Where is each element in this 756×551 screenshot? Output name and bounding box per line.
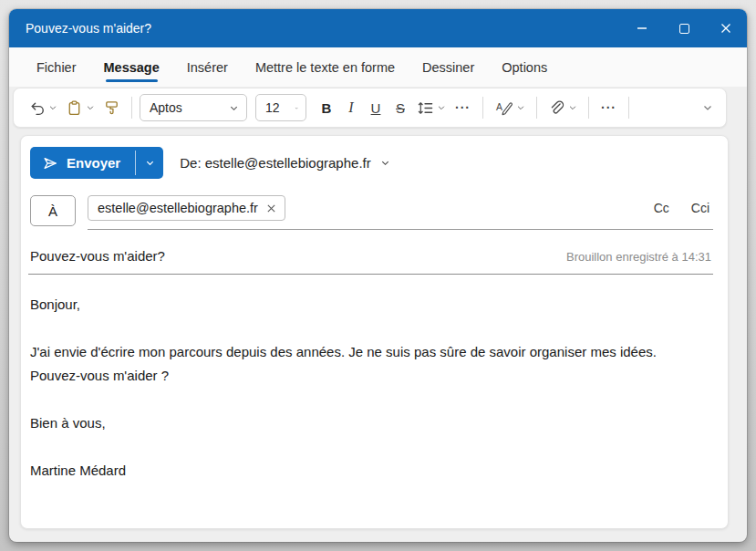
maximize-button[interactable] xyxy=(663,9,705,47)
close-icon xyxy=(720,23,731,34)
tab-fichier[interactable]: Fichier xyxy=(36,47,77,87)
line-spacing-button[interactable] xyxy=(413,94,450,121)
send-options-button[interactable] xyxy=(136,147,163,179)
paste-icon xyxy=(66,99,83,117)
chevron-down-icon xyxy=(48,103,57,112)
toolbar-divider xyxy=(131,97,132,119)
toolbar-divider xyxy=(588,97,589,119)
ribbon-tab-row: Fichier Message Insérer Mettre le texte … xyxy=(9,47,747,87)
chevron-down-icon xyxy=(568,103,577,112)
toolbar-divider xyxy=(536,97,537,119)
font-name-select[interactable]: Aptos xyxy=(140,94,247,121)
chevron-down-icon xyxy=(295,103,298,113)
chevron-down-icon xyxy=(229,103,239,113)
tab-options[interactable]: Options xyxy=(502,47,547,87)
chevron-down-icon xyxy=(516,103,525,112)
window-title: Pouvez-vous m'aider? xyxy=(9,21,621,36)
minimize-button[interactable] xyxy=(621,9,663,47)
font-size-select[interactable]: 12 xyxy=(255,94,306,121)
body-paragraph: J'ai envie d'écrire mon parcours depuis … xyxy=(30,340,700,388)
to-input[interactable]: estelle@estellebiographe.fr Cc Cci xyxy=(88,195,713,230)
cc-button[interactable]: Cc xyxy=(654,201,669,215)
undo-button[interactable] xyxy=(25,94,61,121)
title-bar: Pouvez-vous m'aider? xyxy=(9,9,747,47)
italic-button[interactable]: I xyxy=(339,94,363,121)
svg-text:A: A xyxy=(496,102,502,112)
tab-message[interactable]: Message xyxy=(104,47,160,87)
undo-icon xyxy=(28,99,46,117)
tab-mettre-le-texte-en-forme[interactable]: Mettre le texte en forme xyxy=(255,47,395,87)
toolbar-divider xyxy=(628,97,629,119)
draft-status: Brouillon enregistré à 14:31 xyxy=(566,250,711,264)
minimize-icon xyxy=(637,23,647,34)
send-icon xyxy=(42,155,58,172)
from-value: De: estelle@estellebiographe.fr xyxy=(180,155,371,171)
text-effects-button[interactable]: A xyxy=(491,94,529,121)
tab-dessiner[interactable]: Dessiner xyxy=(422,47,474,87)
chevron-down-icon xyxy=(702,102,713,113)
send-button[interactable]: Envoyer xyxy=(30,147,135,179)
tab-inserer[interactable]: Insérer xyxy=(187,47,228,87)
format-painter-icon xyxy=(103,99,120,117)
paperclip-icon xyxy=(548,99,565,117)
chevron-down-icon xyxy=(86,103,95,112)
bold-button[interactable]: B xyxy=(315,94,338,121)
strikethrough-button[interactable]: S xyxy=(388,94,412,121)
send-label: Envoyer xyxy=(67,155,120,171)
subject-input[interactable]: Pouvez-vous m'aider? xyxy=(30,248,566,264)
to-button[interactable]: À xyxy=(30,195,76,226)
ribbon-toolbar: Aptos 12 B I U S ··· A xyxy=(13,88,727,128)
paste-button[interactable] xyxy=(62,94,98,121)
text-pen-icon: A xyxy=(494,99,513,117)
font-size-value: 12 xyxy=(265,100,280,115)
send-split-button: Envoyer xyxy=(30,147,163,179)
body-paragraph: Bien à vous, xyxy=(30,411,700,435)
line-spacing-icon xyxy=(417,99,434,117)
close-button[interactable] xyxy=(705,9,747,47)
compose-area: Envoyer De: estelle@estellebiographe.fr … xyxy=(20,135,729,529)
ribbon-collapse-button[interactable] xyxy=(699,94,717,121)
subject-row: Pouvez-vous m'aider? Brouillon enregistr… xyxy=(28,243,713,275)
body-paragraph: Martine Médard xyxy=(30,459,700,483)
body-paragraph: Bonjour, xyxy=(30,293,700,317)
recipient-chip-address: estelle@estellebiographe.fr xyxy=(98,201,258,215)
attach-file-button[interactable] xyxy=(544,94,581,121)
message-body-editor[interactable]: Bonjour, J'ai envie d'écrire mon parcour… xyxy=(21,275,728,528)
remove-recipient-icon[interactable] xyxy=(266,203,276,213)
cci-button[interactable]: Cci xyxy=(691,201,709,215)
maximize-icon xyxy=(679,24,689,34)
format-painter-button[interactable] xyxy=(99,94,124,121)
chevron-down-icon xyxy=(437,103,446,112)
chevron-down-icon xyxy=(145,158,155,168)
recipient-chip[interactable]: estelle@estellebiographe.fr xyxy=(88,195,285,221)
cc-links: Cc Cci xyxy=(654,201,711,215)
underline-button[interactable]: U xyxy=(364,94,388,121)
toolbar-divider xyxy=(482,97,483,119)
from-selector[interactable]: De: estelle@estellebiographe.fr xyxy=(180,155,390,171)
send-row: Envoyer De: estelle@estellebiographe.fr xyxy=(21,136,728,188)
more-formatting-button[interactable]: ··· xyxy=(450,100,475,115)
font-name-value: Aptos xyxy=(150,100,182,115)
more-commands-button[interactable]: ··· xyxy=(596,100,621,115)
compose-window: Pouvez-vous m'aider? Fichier Message Ins… xyxy=(9,9,747,542)
to-row: À estelle@estellebiographe.fr Cc Cci xyxy=(21,188,728,230)
chevron-down-icon xyxy=(380,158,390,168)
